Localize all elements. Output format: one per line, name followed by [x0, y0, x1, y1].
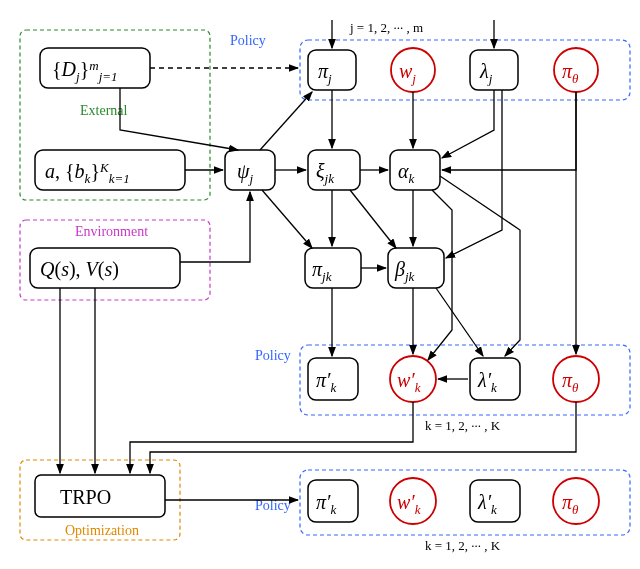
edge-pitheta-mid-TRPO [150, 402, 576, 473]
annotation-top-j: j = 1, 2, ··· , m [349, 20, 423, 35]
edge-QV-psi [180, 192, 250, 262]
edge-beta-lambdak [436, 288, 483, 356]
edge-psi-pijk [262, 190, 312, 248]
node-pitheta-mid [553, 356, 599, 402]
annotation-mid-k: k = 1, 2, ··· , K [425, 418, 501, 433]
policy-mid-label: Policy [255, 348, 291, 363]
edge-wk-TRPO [130, 402, 413, 473]
diagram: External Environment Optimization Policy… [0, 0, 640, 569]
optimization-label: Optimization [65, 523, 139, 538]
node-pitheta-bot [553, 478, 599, 524]
policy-top-label: Policy [230, 33, 266, 48]
node-TRPO-label: TRPO [60, 486, 111, 508]
node-QV-label: Q(s), V(s) [40, 258, 119, 281]
environment-label: Environment [75, 224, 148, 239]
edge-D-psi [120, 88, 238, 150]
node-pij [308, 50, 356, 90]
edge-pitheta-alpha [442, 92, 576, 170]
edge-xi-beta [350, 190, 396, 248]
annotation-bot-k: k = 1, 2, ··· , K [425, 538, 501, 553]
edge-psi-pij [260, 92, 312, 150]
node-lambdaj [470, 50, 518, 90]
